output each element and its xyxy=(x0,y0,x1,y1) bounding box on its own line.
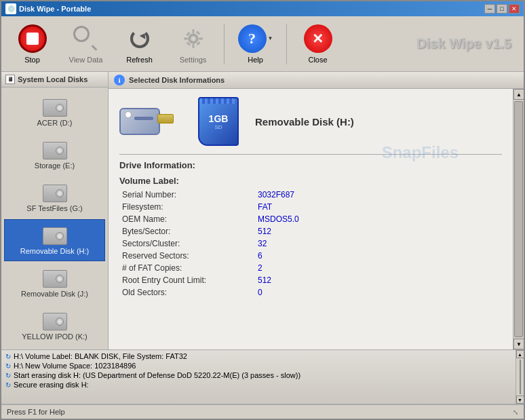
log-scroll-down[interactable]: ▼ xyxy=(516,396,524,404)
usb-drive-visual xyxy=(119,98,187,145)
window-title: Disk Wipe - Portable xyxy=(19,5,91,13)
hdd-platter-2 xyxy=(56,147,64,155)
table-row: Root Entry Count Limit: 512 xyxy=(119,274,502,286)
table-row: Bytes/Sector: 512 xyxy=(119,225,502,237)
help-button[interactable]: ? ▼ Help xyxy=(230,20,281,69)
toolbar: Stop View Data Refresh xyxy=(1,16,524,72)
svg-rect-2 xyxy=(192,29,194,33)
hdd-body-6 xyxy=(43,313,67,330)
settings-icon xyxy=(179,24,208,53)
sidebar-label-testfiles: SF TestFiles (G:) xyxy=(26,204,82,212)
disk-icon-ipod xyxy=(41,311,69,332)
log-line-1: ↻ H:\ Volume Label: BLANK DISK, File Sys… xyxy=(5,351,511,361)
app-title: Disk Wipe v1.5 xyxy=(416,36,518,52)
usb-led xyxy=(125,111,132,118)
log-scroll-thumb[interactable] xyxy=(520,360,521,394)
sd-stripe xyxy=(202,98,235,104)
field-value-serial: 3032F687 xyxy=(255,189,502,201)
table-row: Serial Number: 3032F687 xyxy=(119,189,502,201)
hdd-body-4 xyxy=(43,227,67,245)
scroll-down-button[interactable]: ▼ xyxy=(513,339,524,349)
table-row: Old Sectors: 0 xyxy=(119,286,502,299)
hdd-body xyxy=(43,99,67,117)
field-label-fat-copies: # of FAT Copies: xyxy=(119,262,255,274)
sidebar-list[interactable]: ACER (D:) Storage (E:) xyxy=(1,88,108,349)
status-bar: ↻ H:\ Volume Label: BLANK DISK, File Sys… xyxy=(1,349,524,404)
view-data-button[interactable]: View Data xyxy=(60,20,111,69)
help-label: Help xyxy=(248,56,263,64)
field-value-spc: 32 xyxy=(255,237,502,250)
toolbar-divider-2 xyxy=(286,24,287,64)
help-text: Press F1 for Help xyxy=(7,408,65,416)
field-label-reserved: Reserved Sectors: xyxy=(119,250,255,262)
field-label-old-sectors: Old Sectors: xyxy=(119,286,255,299)
field-label-root-entry: Root Entry Count Limit: xyxy=(119,274,255,286)
hdd-platter-6 xyxy=(56,318,64,326)
field-label-bps: Bytes/Sector: xyxy=(119,225,255,237)
log-scroll-up[interactable]: ▲ xyxy=(516,350,524,358)
gear-icon xyxy=(181,26,206,51)
usb-connector xyxy=(157,114,174,123)
sidebar-item-storage[interactable]: Storage (E:) xyxy=(4,134,105,176)
field-value-oem: MSDOS5.0 xyxy=(255,213,502,225)
title-controls: ─ □ ✕ xyxy=(484,4,520,14)
usb-stripe xyxy=(134,117,153,120)
help-dropdown-arrow: ▼ xyxy=(268,35,273,41)
settings-button[interactable]: Settings xyxy=(168,20,218,69)
view-data-icon xyxy=(72,24,100,53)
stop-icon xyxy=(18,24,47,53)
hdd-body-2 xyxy=(43,142,67,159)
minimize-button[interactable]: ─ xyxy=(484,4,495,14)
refresh-icon xyxy=(125,24,154,53)
title-bar: 💿 Disk Wipe - Portable ─ □ ✕ xyxy=(1,1,524,16)
field-value-root-entry: 512 xyxy=(255,274,502,286)
field-value-filesystem: FAT xyxy=(255,201,502,213)
sidebar-header: 🖥 System Local Disks xyxy=(1,72,108,88)
sd-card-visual: 1GB SD xyxy=(198,97,239,146)
settings-label: Settings xyxy=(180,56,207,64)
hdd-body-3 xyxy=(43,185,67,202)
sidebar-item-acer[interactable]: ACER (D:) xyxy=(4,91,105,133)
table-row: Reserved Sectors: 6 xyxy=(119,250,502,262)
close-app-button[interactable]: ✕ Close xyxy=(292,20,343,69)
log-scrollbar[interactable]: ▲ ▼ xyxy=(516,350,524,404)
sidebar-item-removable-h[interactable]: Removable Disk (H:) xyxy=(4,219,105,261)
disk-icon-acer xyxy=(41,97,69,119)
log-line-2: ↻ H:\ New Volume Space: 1023184896 xyxy=(5,361,511,370)
log-text-3: Start erasing disk H: (US Department of … xyxy=(14,371,300,379)
maximize-button[interactable]: □ xyxy=(497,4,507,14)
log-arrow-3: ↻ xyxy=(5,372,11,379)
stop-button[interactable]: Stop xyxy=(7,20,58,69)
sidebar: 🖥 System Local Disks ACER (D:) xyxy=(1,72,109,349)
scroll-up-button[interactable]: ▲ xyxy=(513,89,524,100)
volume-label-title: Volume Label: xyxy=(119,176,502,186)
field-value-fat-copies: 2 xyxy=(255,262,502,274)
sidebar-item-removable-j[interactable]: Removable Disk (J:) xyxy=(4,262,105,304)
sidebar-label-acer: ACER (D:) xyxy=(37,119,73,127)
disk-visual: 1GB SD Removable Disk (H:) xyxy=(119,97,502,146)
disk-icon-removable-j xyxy=(41,268,69,290)
field-label-spc: Sectors/Cluster: xyxy=(119,237,255,250)
log-line-4: ↻ Secure erasing disk H: xyxy=(5,380,511,389)
close-button[interactable]: ✕ xyxy=(509,4,520,14)
content-body: 1GB SD Removable Disk (H:) Drive Informa… xyxy=(109,89,513,349)
refresh-button[interactable]: Refresh xyxy=(114,20,165,69)
field-label-filesystem: Filesystem: xyxy=(119,201,255,213)
sidebar-label-storage: Storage (E:) xyxy=(35,161,75,170)
bottom-bar: Press F1 for Help ⤡ xyxy=(1,404,524,419)
watermark: SnapFiles xyxy=(382,143,459,162)
info-table: Serial Number: 3032F687 Filesystem: FAT … xyxy=(119,189,502,299)
table-row: Sectors/Cluster: 32 xyxy=(119,237,502,250)
view-data-label: View Data xyxy=(69,56,103,64)
field-value-reserved: 6 xyxy=(255,250,502,262)
stop-label: Stop xyxy=(24,56,40,64)
scroll-thumb[interactable] xyxy=(514,101,523,337)
hdd-platter-5 xyxy=(56,275,64,283)
svg-rect-3 xyxy=(192,44,194,48)
sidebar-item-testfiles[interactable]: SF TestFiles (G:) xyxy=(4,176,105,218)
svg-rect-9 xyxy=(195,31,199,35)
sidebar-item-ipod[interactable]: YELLOW IPOD (K:) xyxy=(4,305,105,347)
content-scrollbar[interactable]: ▲ ▼ xyxy=(513,89,524,349)
close-app-icon: ✕ xyxy=(304,24,332,53)
sidebar-header-label: System Local Disks xyxy=(18,75,88,83)
